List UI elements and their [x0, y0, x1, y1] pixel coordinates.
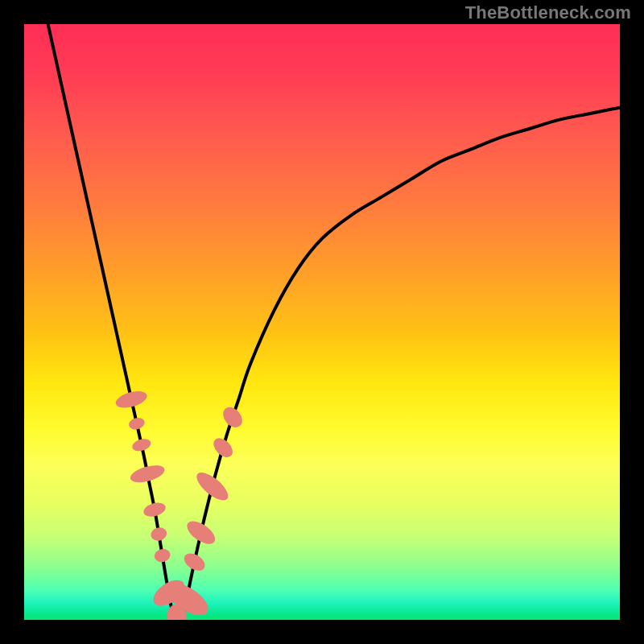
watermark-text: TheBottleneck.com [465, 2, 631, 23]
curve-marker [192, 468, 233, 505]
curve-marker [142, 501, 167, 519]
curve-marker [153, 547, 172, 564]
curve-marker [127, 416, 146, 431]
curve-marker [210, 435, 237, 461]
curve-markers [114, 388, 246, 620]
curve-marker [114, 388, 148, 411]
curve-marker [149, 526, 168, 543]
curve-marker [130, 437, 152, 453]
curve-marker [219, 403, 246, 431]
chart-frame: TheBottleneck.com [0, 0, 644, 644]
curve-svg [24, 24, 620, 620]
plot-area [24, 24, 620, 620]
curve-marker [184, 517, 219, 548]
curve-marker [181, 550, 208, 574]
bottleneck-curve [48, 24, 620, 617]
